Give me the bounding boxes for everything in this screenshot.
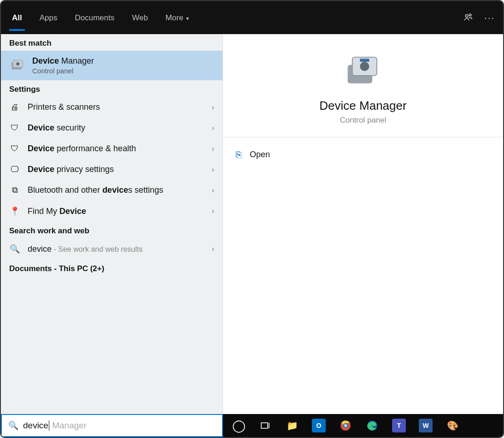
- search-icon: 🔍: [8, 420, 18, 431]
- svg-point-1: [469, 14, 471, 16]
- location-icon: 📍: [9, 206, 20, 216]
- settings-item-device-performance[interactable]: 🛡 Device performance & health ›: [1, 138, 223, 159]
- taskbar-taskview[interactable]: [256, 416, 275, 435]
- privacy-icon: 🖵: [9, 165, 20, 174]
- tab-more[interactable]: More▾: [163, 4, 192, 31]
- chevron-right-icon: ›: [212, 245, 214, 253]
- svg-point-4: [16, 62, 19, 65]
- search-autocomplete-hint: Manager: [50, 420, 87, 430]
- best-match-title: Device Manager: [32, 56, 94, 66]
- preview-app-icon: [342, 53, 384, 89]
- chevron-right-icon: ›: [212, 166, 214, 174]
- settings-item-find-my-device[interactable]: 📍 Find My Device ›: [1, 201, 223, 222]
- text-cursor: [49, 420, 49, 431]
- settings-item-label: Device privacy settings: [28, 165, 205, 174]
- taskbar-teams[interactable]: T: [390, 416, 408, 435]
- printer-icon: 🖨: [9, 102, 20, 112]
- chevron-right-icon: ›: [212, 207, 214, 215]
- settings-item-bluetooth[interactable]: ⧉ Bluetooth and other devices settings ›: [1, 180, 223, 201]
- taskbar-explorer[interactable]: 📁: [283, 416, 301, 435]
- settings-header: Settings: [1, 80, 223, 97]
- tab-web[interactable]: Web: [129, 4, 151, 31]
- settings-item-label: Printers & scanners: [28, 102, 205, 112]
- open-icon: ⎘: [236, 149, 241, 160]
- taskbar: ◯ 📁 O T W 🎨: [223, 414, 503, 437]
- search-filter-bar: All Apps Documents Web More▾ ···: [1, 1, 503, 34]
- taskbar-paint[interactable]: 🎨: [443, 416, 462, 435]
- results-panel: Best match Device Manager Control panel …: [1, 34, 223, 414]
- taskbar-chrome[interactable]: [336, 416, 355, 435]
- chevron-down-icon: ▾: [186, 15, 189, 22]
- feedback-icon[interactable]: [463, 12, 473, 23]
- more-options-icon[interactable]: ···: [484, 12, 495, 23]
- taskbar-word[interactable]: W: [416, 416, 435, 435]
- best-match-item[interactable]: Device Manager Control panel: [1, 51, 223, 80]
- shield-icon: 🛡: [9, 123, 20, 133]
- settings-item-label: Device performance & health: [28, 144, 205, 154]
- chevron-right-icon: ›: [212, 103, 214, 112]
- tab-apps[interactable]: Apps: [37, 4, 60, 31]
- chevron-right-icon: ›: [212, 124, 214, 132]
- settings-item-label: Device security: [28, 123, 205, 133]
- tab-documents[interactable]: Documents: [72, 4, 117, 31]
- settings-item-device-privacy[interactable]: 🖵 Device privacy settings ›: [1, 159, 223, 180]
- search-typed-text: device: [23, 420, 48, 430]
- preview-title: Device Manager: [232, 99, 494, 113]
- filter-tabs: All Apps Documents Web More▾: [9, 1, 192, 34]
- taskbar-cortana[interactable]: ◯: [229, 416, 248, 435]
- svg-rect-9: [261, 423, 268, 428]
- svg-point-7: [360, 62, 369, 71]
- action-open[interactable]: ⎘ Open: [236, 145, 490, 165]
- taskbar-edge[interactable]: [363, 416, 381, 435]
- settings-item-device-security[interactable]: 🛡 Device security ›: [1, 118, 223, 138]
- settings-item-label: Find My Device: [28, 207, 205, 216]
- best-match-subtitle: Control panel: [32, 67, 94, 75]
- bluetooth-icon: ⧉: [9, 185, 20, 195]
- chevron-right-icon: ›: [212, 186, 214, 195]
- action-label: Open: [250, 150, 270, 160]
- preview-panel: Device Manager Control panel ⎘ Open: [223, 34, 503, 414]
- web-search-item[interactable]: 🔍 device - See work and web results ›: [1, 238, 223, 260]
- web-header: Search work and web: [1, 222, 223, 238]
- settings-item-printers[interactable]: 🖨 Printers & scanners ›: [1, 97, 223, 118]
- best-match-header: Best match: [1, 34, 223, 51]
- chevron-right-icon: ›: [212, 145, 214, 153]
- svg-rect-8: [360, 59, 369, 62]
- settings-item-label: Bluetooth and other devices settings: [28, 185, 205, 195]
- taskbar-outlook[interactable]: O: [310, 416, 328, 435]
- svg-point-0: [466, 14, 469, 17]
- documents-header: Documents - This PC (2+): [1, 260, 223, 276]
- web-search-label: device - See work and web results: [28, 244, 205, 254]
- device-manager-icon: [9, 57, 26, 74]
- search-box[interactable]: 🔍 device Manager: [1, 414, 223, 437]
- tab-all[interactable]: All: [9, 4, 25, 31]
- search-icon: 🔍: [9, 244, 20, 254]
- svg-point-12: [345, 425, 347, 427]
- preview-subtitle: Control panel: [232, 116, 494, 125]
- shield-icon: 🛡: [9, 144, 20, 154]
